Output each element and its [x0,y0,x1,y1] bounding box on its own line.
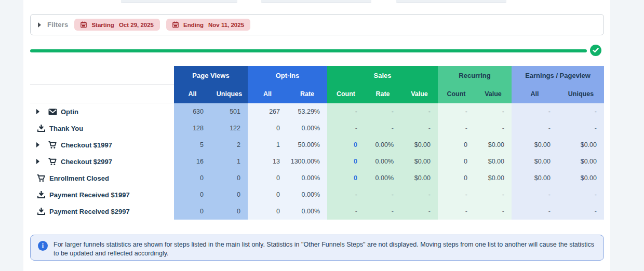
stat-value-cell: 0 [438,137,475,153]
expand-caret-icon[interactable] [36,159,39,164]
stat-value-cell: - [438,120,475,137]
stat-value-cell: 267 [248,103,287,120]
column-header-page-uniques: Uniques [211,85,248,103]
stat-value-cell: 0.00% [287,186,327,203]
stat-value-cell: - [475,120,512,137]
stat-value-cell: $0.00 [512,170,558,186]
download-icon [36,124,46,132]
badge-label: Ending [183,22,204,28]
progress-complete-check-icon [590,45,601,56]
stat-value-cell: $0.00 [558,137,604,153]
cutoff-field-3[interactable] [396,0,506,3]
stat-value-cell: 1 [248,137,287,153]
sales-count-link[interactable]: 0 [327,170,365,186]
sales-count-link[interactable]: 0 [327,153,365,170]
stat-value-cell: $0.00 [401,137,438,153]
stat-value-cell: $0.00 [401,153,438,170]
stat-value-cell: 0 [211,203,248,220]
group-header-opt-ins: Opt-Ins [248,66,327,85]
table-group-header-row: Page ViewsOpt-InsSalesRecurringEarnings … [30,66,604,85]
column-header-opt-ins-rate: Rate [287,85,327,103]
info-note: i For larger funnels statistics are show… [30,235,604,261]
stat-value-cell: 0 [174,170,211,186]
download-icon [36,207,46,215]
stat-value-cell: - [438,103,475,120]
sales-count-link[interactable]: 0 [327,137,365,153]
stat-value-cell: 0 [438,170,475,186]
table-row: Enrollment Closed0000.00%00.00%$0.000$0.… [30,170,604,186]
filters-expand-caret-icon[interactable] [38,22,41,28]
stat-value-cell: - [365,103,401,120]
stat-value-cell: - [558,103,604,120]
stat-value-cell: 0.00% [287,120,327,137]
stat-value-cell: - [512,120,558,137]
stat-value-cell: - [512,186,558,203]
step-label-cell: Checkout $1997 [30,137,174,153]
stat-value-cell: - [558,203,604,220]
badge-value: Nov 11, 2025 [208,22,244,28]
stat-value-cell: 0.00% [287,170,327,186]
stat-value-cell: 0.00% [365,153,401,170]
stat-value-cell: 0.00% [287,203,327,220]
stat-value-cell: - [475,203,512,220]
column-header-recurring-count: Count [438,85,475,103]
cutoff-field-2[interactable] [261,0,371,3]
step-label: Payment Received $1997 [49,191,130,199]
calendar-icon [81,21,87,28]
stat-value-cell: 0 [211,186,248,203]
stat-value-cell: - [558,120,604,137]
step-label: Checkout $2997 [61,158,112,166]
info-icon: i [38,241,48,251]
group-header-sales: Sales [327,66,438,85]
step-label-cell: Checkout $2997 [30,153,174,170]
step-label-cell: Payment Received $1997 [30,186,174,203]
cutoff-field-1[interactable] [121,0,237,3]
step-label-cell: Enrollment Closed [30,170,174,186]
filter-badge-starting[interactable]: Starting Oct 29, 2025 [74,19,160,31]
page-gutter-left [0,0,23,271]
cart-icon [36,174,46,182]
stat-value-cell: $0.00 [475,170,512,186]
expand-caret-icon[interactable] [36,142,39,147]
stat-value-cell: 122 [211,120,248,137]
step-label: Payment Received $2997 [49,208,130,215]
stat-value-cell: 13 [248,153,287,170]
progress-bar [30,49,587,52]
step-label-cell: Optin [30,103,174,120]
stat-value-cell: 630 [174,103,211,120]
stat-value-cell: 501 [211,103,248,120]
stat-value-cell: - [365,120,401,137]
stat-value-cell: 0 [248,186,287,203]
step-label: Enrollment Closed [49,174,109,182]
stat-value-cell: - [558,186,604,203]
stat-value-cell: 0 [248,120,287,137]
stat-value-cell: 0 [248,170,287,186]
stat-value-cell: - [512,203,558,220]
stat-value-cell: - [401,103,438,120]
table-row: Optin63050126753.29%------- [30,103,604,120]
step-label: Thank You [49,125,83,132]
filters-panel: Filters Starting Oct 29, 2025 Ending Nov… [30,14,604,35]
label-column-header-spacer [30,85,174,103]
envelope-icon [48,107,57,116]
column-header-earnings-uniques: Uniques [558,85,604,103]
stat-value-cell: 16 [174,153,211,170]
stat-value-cell: - [401,203,438,220]
stat-value-cell: $0.00 [512,153,558,170]
column-header-sales-rate: Rate [365,85,401,103]
stat-value-cell: 0 [248,203,287,220]
stat-value-cell: 128 [174,120,211,137]
table-row: Checkout $199752150.00%00.00%$0.000$0.00… [30,137,604,153]
stat-value-cell: 0 [211,170,248,186]
stat-value-cell: - [438,186,475,203]
stat-value-cell: 5 [174,137,211,153]
cart-icon [48,157,57,166]
expand-caret-icon[interactable] [36,109,39,114]
badge-label: Starting [91,22,114,28]
page-gutter-right [610,0,644,271]
funnel-stats-page: { "filters": { "label": "Filters", "badg… [0,0,644,271]
stat-value-cell: - [401,186,438,203]
stat-value-cell: - [365,203,401,220]
filter-badge-ending[interactable]: Ending Nov 11, 2025 [166,19,250,31]
group-header-recurring: Recurring [438,66,512,85]
